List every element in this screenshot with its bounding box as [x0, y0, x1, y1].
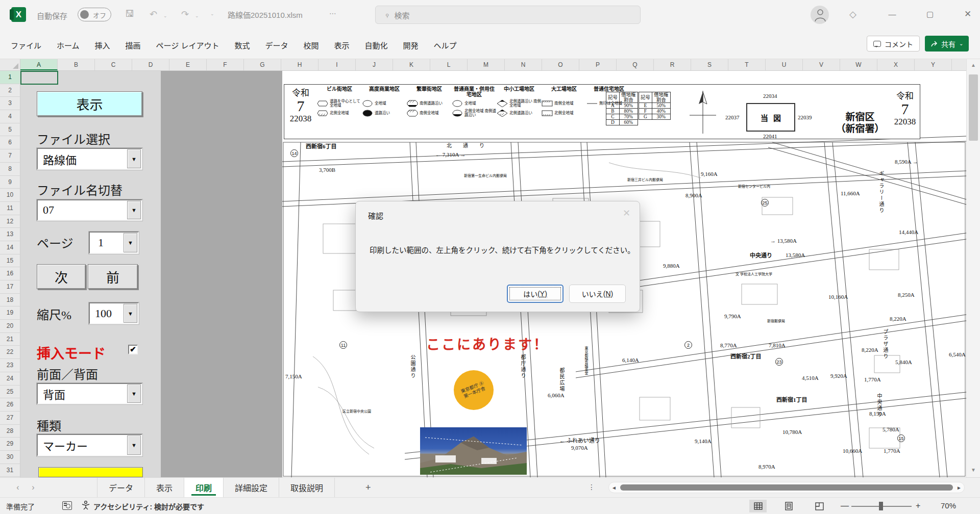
accessibility-status[interactable]: アクセシビリティ: 検討が必要です [93, 501, 204, 511]
row-header-8[interactable]: 8 [0, 163, 20, 176]
row-header-5[interactable]: 5 [0, 123, 20, 137]
title-ellipsis-icon[interactable]: ⋯ [329, 9, 337, 17]
column-header-V[interactable]: V [803, 59, 840, 70]
column-header-Q[interactable]: Q [617, 59, 654, 70]
ribbon-tab-10[interactable]: 開発 [396, 37, 426, 54]
column-header-W[interactable]: W [840, 59, 877, 70]
column-header-F[interactable]: F [207, 59, 244, 70]
column-header-P[interactable]: P [579, 59, 617, 70]
file-name-combobox[interactable]: 07▼ [37, 199, 142, 221]
column-header-A[interactable]: A [20, 59, 58, 70]
row-header-1[interactable]: 1 [0, 71, 20, 84]
row-header-10[interactable]: 10 [0, 189, 20, 202]
vertical-scroll-thumb[interactable] [969, 74, 978, 141]
row-header-24[interactable]: 24 [0, 372, 20, 386]
scale-combobox[interactable]: 100▼ [89, 302, 139, 324]
column-header-B[interactable]: B [58, 59, 95, 70]
horizontal-scroll-thumb[interactable] [620, 484, 953, 491]
minimize-button[interactable]: — [886, 9, 899, 20]
row-header-28[interactable]: 28 [0, 425, 20, 438]
row-header-14[interactable]: 14 [0, 241, 20, 254]
row-header-2[interactable]: 2 [0, 84, 20, 97]
scroll-down-icon[interactable]: ▼ [971, 467, 976, 473]
row-header-29[interactable]: 29 [0, 438, 20, 451]
vertical-scrollbar[interactable]: ▲ ▼ [966, 59, 980, 477]
sheet-tab-データ[interactable]: データ [97, 478, 145, 497]
column-header-E[interactable]: E [169, 59, 207, 70]
macro-record-icon[interactable] [62, 501, 72, 510]
ribbon-tab-3[interactable]: 描画 [118, 37, 149, 54]
sheet-cells-gray-background[interactable] [161, 71, 282, 477]
dropdown-arrow-icon[interactable]: ▼ [124, 233, 137, 252]
ribbon-tab-6[interactable]: データ [258, 37, 296, 54]
ribbon-tab-9[interactable]: 自動化 [357, 37, 396, 54]
column-header-L[interactable]: L [430, 59, 468, 70]
horizontal-scrollbar[interactable]: ◄ ► [608, 482, 965, 493]
add-sheet-button[interactable]: + [365, 482, 371, 493]
save-icon[interactable]: 🖫 [125, 9, 134, 19]
row-header-4[interactable]: 4 [0, 110, 20, 123]
column-header-C[interactable]: C [95, 59, 132, 70]
normal-view-button[interactable] [749, 500, 767, 512]
sheet-tab-印刷[interactable]: 印刷 [184, 478, 224, 497]
column-header-I[interactable]: I [318, 59, 356, 70]
undo-chevron-icon[interactable]: ⌄ [163, 13, 167, 18]
ribbon-tab-5[interactable]: 数式 [227, 37, 257, 54]
column-header-J[interactable]: J [356, 59, 393, 70]
redo-icon[interactable]: ↷ [181, 9, 189, 20]
row-header-3[interactable]: 3 [0, 97, 20, 110]
sheet-tab-詳細設定[interactable]: 詳細設定 [224, 478, 279, 497]
sheet-next-icon[interactable]: › [26, 483, 41, 492]
ribbon-tab-7[interactable]: 校閲 [296, 37, 327, 54]
column-header-O[interactable]: O [542, 59, 579, 70]
sheet-tab-表示[interactable]: 表示 [145, 478, 184, 497]
row-header-21[interactable]: 21 [0, 333, 20, 346]
dialog-close-icon[interactable]: ✕ [623, 208, 630, 219]
zoom-slider-thumb[interactable] [879, 502, 883, 510]
autosave-toggle[interactable]: オフ [78, 8, 111, 21]
page-break-view-button[interactable] [811, 500, 828, 512]
ribbon-tab-file[interactable]: ファイル [3, 37, 49, 54]
row-header-19[interactable]: 19 [0, 306, 20, 320]
row-header-22[interactable]: 22 [0, 346, 20, 359]
column-header-G[interactable]: G [244, 59, 281, 70]
show-button[interactable]: 表示 [37, 91, 142, 116]
row-header-30[interactable]: 30 [0, 451, 20, 464]
tabbar-kebab-icon[interactable]: ⋮ [588, 483, 595, 491]
ribbon-tab-2[interactable]: 挿入 [87, 37, 118, 54]
kind-combobox[interactable]: マーカー▼ [37, 434, 142, 456]
ribbon-tab-11[interactable]: ヘルプ [426, 37, 464, 54]
column-header-M[interactable]: M [468, 59, 505, 70]
restore-button[interactable]: ▢ [923, 9, 937, 20]
ribbon-tab-8[interactable]: 表示 [327, 37, 357, 54]
page-combobox[interactable]: 1▼ [89, 232, 139, 254]
dropdown-arrow-icon[interactable]: ▼ [127, 201, 141, 219]
zoom-percentage[interactable]: 70% [941, 501, 956, 510]
file-select-combobox[interactable]: 路線価▼ [37, 148, 142, 170]
column-header-X[interactable]: X [877, 59, 915, 70]
quick-access-chevron-icon[interactable]: ⌄ [210, 11, 214, 16]
row-header-23[interactable]: 23 [0, 359, 20, 372]
undo-icon[interactable]: ↶ [150, 9, 157, 20]
row-header-27[interactable]: 27 [0, 412, 20, 425]
row-header-6[interactable]: 6 [0, 136, 20, 149]
prev-button[interactable]: 前 [88, 264, 138, 289]
share-button[interactable]: 共有 ⌄ [925, 36, 969, 52]
column-header-S[interactable]: S [691, 59, 728, 70]
dropdown-arrow-icon[interactable]: ▼ [127, 435, 141, 455]
row-header-11[interactable]: 11 [0, 202, 20, 215]
scroll-up-icon[interactable]: ▲ [971, 62, 976, 68]
row-header-26[interactable]: 26 [0, 398, 20, 412]
comments-button[interactable]: コメント [867, 36, 920, 52]
next-button[interactable]: 次 [37, 264, 86, 289]
sheet-tab-取扱説明[interactable]: 取扱説明 [279, 478, 335, 497]
row-header-12[interactable]: 12 [0, 215, 20, 228]
zoom-in-icon[interactable]: + [916, 501, 920, 510]
row-header-25[interactable]: 25 [0, 386, 20, 399]
yellow-action-button[interactable] [38, 467, 143, 477]
scroll-right-icon[interactable]: ► [954, 485, 964, 491]
select-all-corner[interactable] [0, 59, 20, 71]
column-header-N[interactable]: N [505, 59, 542, 70]
column-header-K[interactable]: K [393, 59, 430, 70]
row-header-16[interactable]: 16 [0, 267, 20, 280]
